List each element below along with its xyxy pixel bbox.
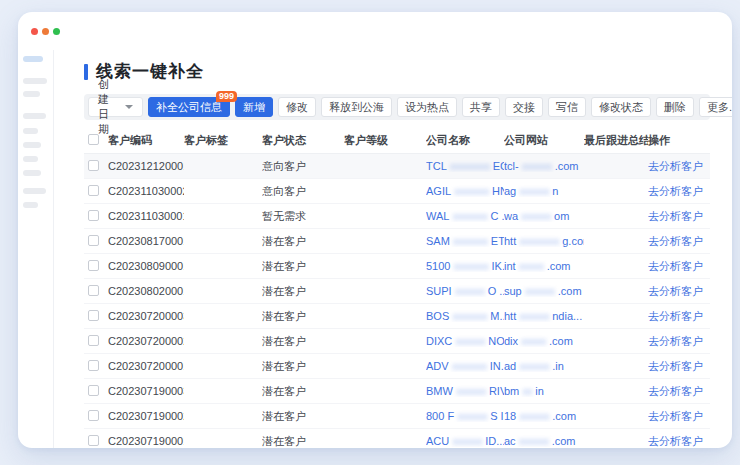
cell-company-name[interactable]: DIXCxxxxxxNO... [426,335,504,347]
cell-company-website[interactable]: dixxxxxx.com [504,335,584,347]
analyze-customer-link[interactable]: 去分析客户 [648,234,710,249]
row-checkbox[interactable] [88,335,99,346]
cell-customer-status: 潜在客户 [262,359,344,374]
maximize-window-icon[interactable] [53,28,60,35]
row-checkbox[interactable] [88,385,99,396]
cell-company-name[interactable]: ADVxxxxxxxIN... [426,360,504,372]
cell-customer-status: 潜在客户 [262,234,344,249]
set-as-hotspot-button[interactable]: 设为热点 [397,97,457,117]
cell-company-name[interactable]: 5100xxxxxxxIK... [426,260,504,272]
delete-button[interactable]: 删除 [656,97,694,117]
toolbar: 创建日期 补全公司信息 999 新增 修改 释放到公海 设为热点 共享 交接 写… [84,94,710,120]
cell-company-website[interactable]: 18xxxxxx.com [504,410,584,422]
analyze-customer-link[interactable]: 去分析客户 [648,409,710,424]
cell-customer-code: C202311030001 [108,210,184,222]
create-date-filter-dropdown[interactable]: 创建日期 [88,97,143,117]
row-checkbox[interactable] [88,235,99,246]
handover-button[interactable]: 交接 [505,97,543,117]
analyze-customer-link[interactable]: 去分析客户 [648,159,710,174]
analyze-customer-link[interactable]: 去分析客户 [648,359,710,374]
cell-company-name[interactable]: ACUxxxxxxID... [426,435,504,447]
row-checkbox[interactable] [88,410,99,421]
close-window-icon[interactable] [31,28,38,35]
col-company-name: 公司名称 [426,133,504,148]
row-checkbox[interactable] [88,360,99,371]
cell-company-website[interactable]: supxxxxxx.com [504,285,584,297]
analyze-customer-link[interactable]: 去分析客户 [648,384,710,399]
redacted-text: xx [522,385,532,397]
complete-company-info-button[interactable]: 补全公司信息 999 [148,97,230,117]
analyze-customer-link[interactable]: 去分析客户 [648,184,710,199]
redacted-text: xxxxxx [519,185,549,197]
cell-customer-code: C202307190002 [108,410,184,422]
cell-company-name[interactable]: BMWxxxxxxRIV... [426,385,504,397]
cell-company-name[interactable]: 800 FxxxxxxS I... [426,410,504,422]
table-row[interactable]: C202308170001 潜在客户 SAMxxxxxxxET... httxx… [84,229,710,254]
table-row[interactable]: C202307200002 潜在客户 DIXCxxxxxxNO... dixxx… [84,329,710,354]
cell-company-name[interactable]: WALxxxxxxxC . [426,210,504,222]
analyze-customer-link[interactable]: 去分析客户 [648,259,710,274]
cell-customer-status: 潜在客户 [262,384,344,399]
table-row[interactable]: C202312120001 意向客户 TCLxxxxxxxxEC... tcl-… [84,154,710,179]
more-actions-button[interactable]: 更多... [699,97,732,117]
row-checkbox[interactable] [88,185,99,196]
cell-company-website[interactable]: tcl-xxxxxx.com [504,160,584,172]
table-row[interactable]: C202307200003 潜在客户 BOSxxxxxxxM... httxxx… [84,304,710,329]
analyze-customer-link[interactable]: 去分析客户 [648,284,710,299]
cell-company-website[interactable]: httxxxxxxndia... [504,310,584,322]
col-customer-tag: 客户标签 [184,133,262,148]
table-row[interactable]: C202307190002 潜在客户 800 FxxxxxxS I... 18x… [84,404,710,429]
cell-company-website[interactable]: acxxxxxx.com [504,435,584,447]
cell-company-website[interactable]: intxxxxx.com [504,260,584,272]
table-row[interactable]: C202308090001 潜在客户 5100xxxxxxxIK... intx… [84,254,710,279]
table-row[interactable]: C202307190001 潜在客户 ACUxxxxxxID... acxxxx… [84,429,710,448]
row-checkbox[interactable] [88,210,99,221]
window-titlebar [18,12,732,50]
select-all-checkbox[interactable] [88,134,99,145]
minimize-window-icon[interactable] [42,28,49,35]
table-row[interactable]: C202307200001 潜在客户 ADVxxxxxxxIN... adxxx… [84,354,710,379]
table-row[interactable]: C202308020001 潜在客户 SUPIxxxxxxO ... supxx… [84,279,710,304]
cell-company-name[interactable]: TCLxxxxxxxxEC... [426,160,504,172]
analyze-customer-link[interactable]: 去分析客户 [648,434,710,449]
cell-customer-code: C202307200001 [108,360,184,372]
cell-company-website[interactable]: httxxxxxxxxg.com [504,235,584,247]
cell-company-website[interactable]: bmxxin [504,385,584,397]
redacted-text: xxxxxx [456,385,486,397]
redacted-text: xxxxxx [522,160,552,172]
table-row[interactable]: C202311030001 暂无需求 WALxxxxxxxC . waxxxxx… [84,204,710,229]
write-email-button[interactable]: 写信 [548,97,586,117]
cell-company-website[interactable]: agxxxxxxn [504,185,584,197]
release-to-public-pool-button[interactable]: 释放到公海 [321,97,392,117]
analyze-customer-link[interactable]: 去分析客户 [648,334,710,349]
row-checkbox[interactable] [88,310,99,321]
main-content: 线索一键补全 创建日期 补全公司信息 999 新增 修改 释放到公海 设为热点 [54,50,732,448]
cell-company-website[interactable]: adxxxxxx.in [504,360,584,372]
cell-company-name[interactable]: BOSxxxxxxxM... [426,310,504,322]
row-checkbox[interactable] [88,160,99,171]
cell-company-name[interactable]: AGILxxxxxxxHN... [426,185,504,197]
cell-customer-status: 暂无需求 [262,209,344,224]
cell-customer-status: 潜在客户 [262,284,344,299]
cell-company-name[interactable]: SUPIxxxxxxO ... [426,285,504,297]
row-checkbox[interactable] [88,285,99,296]
analyze-customer-link[interactable]: 去分析客户 [648,309,710,324]
cell-customer-code: C202311030002 [108,185,184,197]
analyze-customer-link[interactable]: 去分析客户 [648,209,710,224]
change-status-button[interactable]: 修改状态 [591,97,651,117]
sidebar-nav-skeleton [18,50,54,448]
cell-company-website[interactable]: waxxxxxxom [504,210,584,222]
col-last-followup-summary: 最后跟进总结 [584,133,648,148]
page-header: 线索一键补全 [84,60,710,83]
cell-company-name[interactable]: SAMxxxxxxxET... [426,235,504,247]
table-header-row: 客户编码 客户标签 客户状态 客户等级 公司名称 公司网站 最后跟进总结 操作 [84,127,710,154]
table-row[interactable]: C202311030002 意向客户 AGILxxxxxxxHN... agxx… [84,179,710,204]
add-new-button[interactable]: 新增 [235,97,273,117]
row-checkbox[interactable] [88,435,99,446]
row-checkbox[interactable] [88,260,99,271]
share-button[interactable]: 共享 [462,97,500,117]
window-controls [31,28,60,35]
table-row[interactable]: C202307190003 潜在客户 BMWxxxxxxRIV... bmxxi… [84,379,710,404]
edit-button[interactable]: 修改 [278,97,316,117]
redacted-text: xxxxxxx [452,210,487,222]
